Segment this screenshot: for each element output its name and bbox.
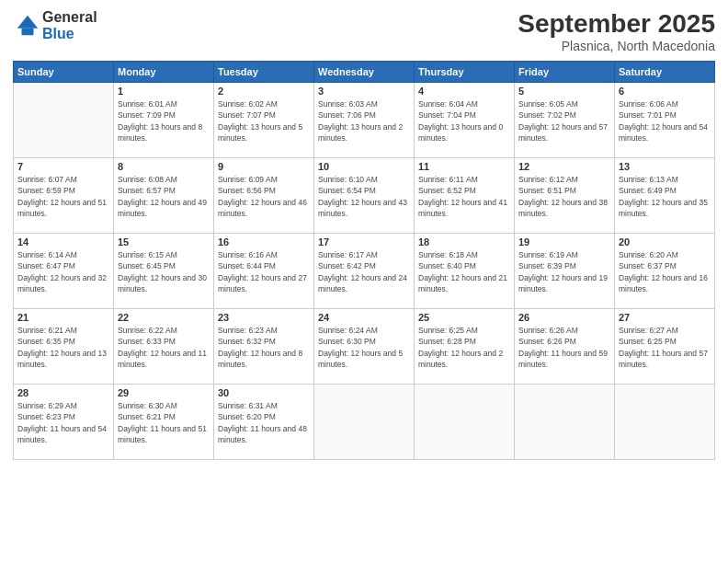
day-info: Sunrise: 6:09 AMSunset: 6:56 PMDaylight:… (218, 174, 310, 219)
day-number: 17 (318, 236, 410, 247)
day-number: 13 (619, 161, 711, 172)
calendar-cell: 20 Sunrise: 6:20 AMSunset: 6:37 PMDaylig… (615, 234, 715, 309)
svg-marker-0 (17, 15, 38, 28)
calendar-cell: 14 Sunrise: 6:14 AMSunset: 6:47 PMDaylig… (14, 234, 114, 309)
calendar-cell: 13 Sunrise: 6:13 AMSunset: 6:49 PMDaylig… (615, 158, 715, 234)
day-info: Sunrise: 6:15 AMSunset: 6:45 PMDaylight:… (118, 249, 210, 294)
day-number: 1 (118, 86, 210, 97)
day-number: 21 (17, 312, 109, 323)
day-number: 14 (17, 236, 109, 247)
day-info: Sunrise: 6:19 AMSunset: 6:39 PMDaylight:… (518, 249, 610, 294)
calendar-cell: 4 Sunrise: 6:04 AMSunset: 7:04 PMDayligh… (415, 83, 515, 158)
title-section: September 2025 Plasnica, North Macedonia (518, 9, 715, 53)
calendar-cell: 5 Sunrise: 6:05 AMSunset: 7:02 PMDayligh… (515, 83, 615, 158)
header-saturday: Saturday (615, 62, 715, 83)
day-info: Sunrise: 6:26 AMSunset: 6:26 PMDaylight:… (518, 325, 610, 370)
calendar-cell: 29 Sunrise: 6:30 AMSunset: 6:21 PMDaylig… (114, 385, 214, 460)
day-number: 3 (318, 86, 410, 97)
page-header: General Blue September 2025 Plasnica, No… (13, 9, 715, 53)
day-number: 7 (17, 161, 109, 172)
logo-icon (15, 13, 40, 39)
header-tuesday: Tuesday (214, 62, 314, 83)
day-number: 26 (518, 312, 610, 323)
day-info: Sunrise: 6:07 AMSunset: 6:59 PMDaylight:… (17, 174, 109, 219)
day-info: Sunrise: 6:29 AMSunset: 6:23 PMDaylight:… (17, 400, 109, 445)
day-number: 8 (118, 161, 210, 172)
day-info: Sunrise: 6:24 AMSunset: 6:30 PMDaylight:… (318, 325, 410, 370)
calendar-cell: 21 Sunrise: 6:21 AMSunset: 6:35 PMDaylig… (14, 309, 114, 385)
day-info: Sunrise: 6:16 AMSunset: 6:44 PMDaylight:… (218, 249, 310, 294)
day-info: Sunrise: 6:22 AMSunset: 6:33 PMDaylight:… (118, 325, 210, 370)
day-number: 18 (418, 236, 510, 247)
calendar-cell: 23 Sunrise: 6:23 AMSunset: 6:32 PMDaylig… (214, 309, 314, 385)
day-info: Sunrise: 6:14 AMSunset: 6:47 PMDaylight:… (17, 249, 109, 294)
calendar-cell: 15 Sunrise: 6:15 AMSunset: 6:45 PMDaylig… (114, 234, 214, 309)
day-info: Sunrise: 6:27 AMSunset: 6:25 PMDaylight:… (619, 325, 711, 370)
logo-blue: Blue (42, 26, 97, 42)
svg-rect-1 (21, 28, 33, 34)
calendar-cell: 6 Sunrise: 6:06 AMSunset: 7:01 PMDayligh… (615, 83, 715, 158)
header-friday: Friday (515, 62, 615, 83)
day-number: 12 (518, 161, 610, 172)
calendar-cell: 11 Sunrise: 6:11 AMSunset: 6:52 PMDaylig… (415, 158, 515, 234)
calendar-table: Sunday Monday Tuesday Wednesday Thursday… (13, 61, 715, 460)
calendar-cell: 1 Sunrise: 6:01 AMSunset: 7:09 PMDayligh… (114, 83, 214, 158)
calendar-cell: 27 Sunrise: 6:27 AMSunset: 6:25 PMDaylig… (615, 309, 715, 385)
day-info: Sunrise: 6:12 AMSunset: 6:51 PMDaylight:… (518, 174, 610, 219)
day-number: 9 (218, 161, 310, 172)
calendar-cell: 8 Sunrise: 6:08 AMSunset: 6:57 PMDayligh… (114, 158, 214, 234)
day-number: 15 (118, 236, 210, 247)
calendar-cell: 3 Sunrise: 6:03 AMSunset: 7:06 PMDayligh… (314, 83, 415, 158)
calendar-cell: 12 Sunrise: 6:12 AMSunset: 6:51 PMDaylig… (515, 158, 615, 234)
day-info: Sunrise: 6:31 AMSunset: 6:20 PMDaylight:… (218, 400, 310, 445)
day-info: Sunrise: 6:03 AMSunset: 7:06 PMDaylight:… (318, 98, 410, 144)
day-info: Sunrise: 6:25 AMSunset: 6:28 PMDaylight:… (418, 325, 510, 370)
day-number: 4 (418, 86, 510, 97)
calendar-cell: 22 Sunrise: 6:22 AMSunset: 6:33 PMDaylig… (114, 309, 214, 385)
month-title: September 2025 (518, 9, 715, 39)
day-info: Sunrise: 6:06 AMSunset: 7:01 PMDaylight:… (619, 98, 711, 144)
day-number: 28 (17, 387, 109, 398)
calendar-cell: 2 Sunrise: 6:02 AMSunset: 7:07 PMDayligh… (214, 83, 314, 158)
day-info: Sunrise: 6:05 AMSunset: 7:02 PMDaylight:… (518, 98, 610, 144)
calendar-cell: 25 Sunrise: 6:25 AMSunset: 6:28 PMDaylig… (415, 309, 515, 385)
day-info: Sunrise: 6:08 AMSunset: 6:57 PMDaylight:… (118, 174, 210, 219)
calendar-cell (515, 385, 615, 460)
calendar-cell (615, 385, 715, 460)
day-number: 29 (118, 387, 210, 398)
calendar-cell: 9 Sunrise: 6:09 AMSunset: 6:56 PMDayligh… (214, 158, 314, 234)
day-number: 5 (518, 86, 610, 97)
header-wednesday: Wednesday (314, 62, 415, 83)
calendar-cell (14, 83, 114, 158)
calendar-cell: 16 Sunrise: 6:16 AMSunset: 6:44 PMDaylig… (214, 234, 314, 309)
day-info: Sunrise: 6:21 AMSunset: 6:35 PMDaylight:… (17, 325, 109, 370)
calendar-cell: 19 Sunrise: 6:19 AMSunset: 6:39 PMDaylig… (515, 234, 615, 309)
day-number: 24 (318, 312, 410, 323)
calendar-cell: 10 Sunrise: 6:10 AMSunset: 6:54 PMDaylig… (314, 158, 415, 234)
location-subtitle: Plasnica, North Macedonia (518, 39, 715, 53)
day-info: Sunrise: 6:01 AMSunset: 7:09 PMDaylight:… (118, 98, 210, 144)
calendar-cell (314, 385, 415, 460)
calendar-header-row: Sunday Monday Tuesday Wednesday Thursday… (14, 62, 715, 83)
calendar-cell: 26 Sunrise: 6:26 AMSunset: 6:26 PMDaylig… (515, 309, 615, 385)
day-number: 2 (218, 86, 310, 97)
header-monday: Monday (114, 62, 214, 83)
day-number: 27 (619, 312, 711, 323)
day-info: Sunrise: 6:18 AMSunset: 6:40 PMDaylight:… (418, 249, 510, 294)
calendar-cell (415, 385, 515, 460)
calendar-cell: 18 Sunrise: 6:18 AMSunset: 6:40 PMDaylig… (415, 234, 515, 309)
day-number: 22 (118, 312, 210, 323)
day-info: Sunrise: 6:02 AMSunset: 7:07 PMDaylight:… (218, 98, 310, 144)
calendar-cell: 24 Sunrise: 6:24 AMSunset: 6:30 PMDaylig… (314, 309, 415, 385)
logo-text: General Blue (42, 9, 97, 41)
day-info: Sunrise: 6:30 AMSunset: 6:21 PMDaylight:… (118, 400, 210, 445)
day-info: Sunrise: 6:10 AMSunset: 6:54 PMDaylight:… (318, 174, 410, 219)
day-info: Sunrise: 6:17 AMSunset: 6:42 PMDaylight:… (318, 249, 410, 294)
calendar-cell: 28 Sunrise: 6:29 AMSunset: 6:23 PMDaylig… (14, 385, 114, 460)
day-number: 23 (218, 312, 310, 323)
day-info: Sunrise: 6:04 AMSunset: 7:04 PMDaylight:… (418, 98, 510, 144)
day-number: 6 (619, 86, 711, 97)
day-info: Sunrise: 6:11 AMSunset: 6:52 PMDaylight:… (418, 174, 510, 219)
day-info: Sunrise: 6:20 AMSunset: 6:37 PMDaylight:… (619, 249, 711, 294)
calendar-cell: 17 Sunrise: 6:17 AMSunset: 6:42 PMDaylig… (314, 234, 415, 309)
